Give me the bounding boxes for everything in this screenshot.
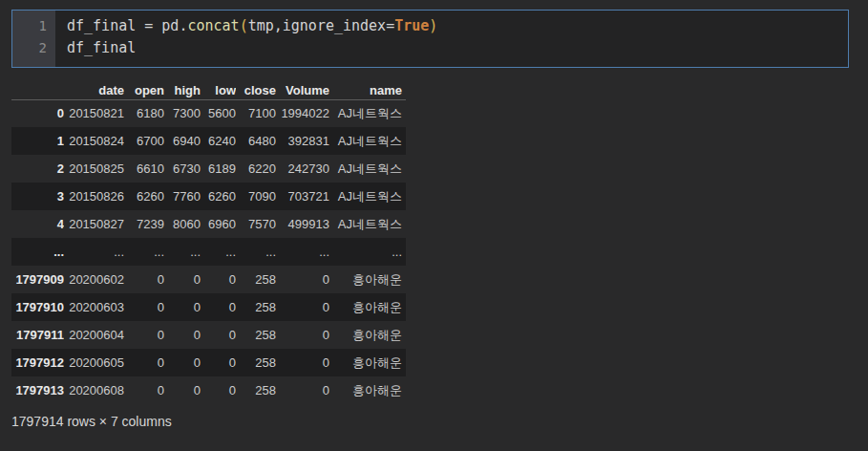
column-header-high: high <box>164 81 201 99</box>
data-cell: AJ네트웍스 <box>329 183 406 210</box>
data-cell: 258 <box>236 266 276 293</box>
data-cell: 7570 <box>236 210 276 238</box>
column-header-open: open <box>124 81 164 99</box>
dataframe-shape: 1797914 rows × 7 columns <box>11 414 406 429</box>
table-row: 1797909202006020002580흥아해운 <box>11 266 406 293</box>
table-row: 1797913202006080002580흥아해운 <box>11 376 406 404</box>
data-cell: 20200605 <box>64 349 124 376</box>
data-cell: 258 <box>236 349 276 376</box>
data-cell: 7100 <box>236 99 276 127</box>
code-token: ignore_index <box>283 17 386 34</box>
column-header-close: close <box>236 81 276 99</box>
data-cell: 7760 <box>164 183 201 210</box>
data-cell: 6960 <box>201 210 236 238</box>
data-cell: ... <box>236 238 276 266</box>
data-cell: ... <box>64 238 124 266</box>
line-number-gutter: 12 <box>12 11 55 67</box>
index-cell: 2 <box>11 155 64 183</box>
code-token: concat <box>187 17 239 34</box>
data-cell: 흥아해운 <box>329 266 406 293</box>
table-row: 4201508277239806069607570499913AJ네트웍스 <box>11 210 406 238</box>
table-row: ........................ <box>11 238 406 266</box>
data-cell: 0 <box>201 293 236 321</box>
data-cell: AJ네트웍스 <box>329 127 406 155</box>
index-cell: 1 <box>11 127 64 155</box>
data-cell: 0 <box>124 349 164 376</box>
dataframe-table: dateopenhighlowcloseVolumename 020150821… <box>11 81 406 404</box>
data-cell: AJ네트웍스 <box>329 210 406 238</box>
data-cell: 499913 <box>276 210 329 238</box>
data-cell: AJ네트웍스 <box>329 99 406 127</box>
data-cell: ... <box>201 238 236 266</box>
data-cell: 0 <box>164 321 201 349</box>
data-cell: 20150826 <box>64 183 124 210</box>
index-cell: 1797913 <box>11 376 64 404</box>
data-cell: 7300 <box>164 99 201 127</box>
data-cell: 6730 <box>164 155 201 183</box>
data-cell: 6260 <box>124 183 164 210</box>
data-cell: 0 <box>276 321 329 349</box>
data-cell: ... <box>164 238 201 266</box>
table-body: 02015082161807300560071001994022AJ네트웍스12… <box>11 99 406 404</box>
data-cell: 6240 <box>201 127 236 155</box>
table-row: 1201508246700694062406480392831AJ네트웍스 <box>11 127 406 155</box>
index-cell: 1797909 <box>11 266 64 293</box>
header-row: dateopenhighlowcloseVolumename <box>11 81 406 99</box>
data-cell: ... <box>329 238 406 266</box>
data-cell: 0 <box>124 321 164 349</box>
data-cell: ... <box>124 238 164 266</box>
data-cell: 0 <box>164 293 201 321</box>
data-cell: 7090 <box>236 183 276 210</box>
line-number: 2 <box>12 37 55 59</box>
code-editor[interactable]: df_final = pd.concat(tmp,ignore_index=Tr… <box>55 11 848 67</box>
code-token: ) <box>429 17 437 34</box>
column-header-date: date <box>64 81 124 99</box>
data-cell: 6220 <box>236 155 276 183</box>
data-cell: 6610 <box>124 155 164 183</box>
index-cell: 1797911 <box>11 321 64 349</box>
index-header-cell <box>11 81 64 99</box>
data-cell: 흥아해운 <box>329 349 406 376</box>
code-token: tmp <box>248 17 274 34</box>
data-cell: 흥아해운 <box>329 376 406 404</box>
index-cell: 4 <box>11 210 64 238</box>
index-cell: 1797910 <box>11 293 64 321</box>
code-token: df_final <box>67 17 136 34</box>
index-cell: ... <box>11 238 64 266</box>
data-cell: 0 <box>124 293 164 321</box>
data-cell: 0 <box>164 376 201 404</box>
data-cell: 20200608 <box>64 376 124 404</box>
data-cell: 6189 <box>201 155 236 183</box>
notebook-page: { "code": { "lines": [ { "number": "1", … <box>0 0 868 451</box>
data-cell: 1994022 <box>276 99 329 127</box>
code-line: df_final <box>67 37 848 59</box>
data-cell: 20200603 <box>64 293 124 321</box>
data-cell: 20150825 <box>64 155 124 183</box>
data-cell: 258 <box>236 321 276 349</box>
table-row: 1797912202006050002580흥아해운 <box>11 349 406 376</box>
column-header-name: name <box>329 81 406 99</box>
table-row: 02015082161807300560071001994022AJ네트웍스 <box>11 99 406 127</box>
code-cell[interactable]: 12 df_final = pd.concat(tmp,ignore_index… <box>11 10 849 68</box>
column-header-low: low <box>201 81 236 99</box>
code-token: , <box>274 17 283 34</box>
table-row: 1797911202006040002580흥아해운 <box>11 321 406 349</box>
data-cell: 0 <box>164 266 201 293</box>
data-cell: 6180 <box>124 99 164 127</box>
data-cell: 6940 <box>164 127 201 155</box>
data-cell: 392831 <box>276 127 329 155</box>
code-token: pd <box>161 17 179 34</box>
data-cell: 0 <box>276 266 329 293</box>
data-cell: 0 <box>124 376 164 404</box>
data-cell: 5600 <box>201 99 236 127</box>
data-cell: 0 <box>276 349 329 376</box>
index-cell: 0 <box>11 99 64 127</box>
data-cell: 8060 <box>164 210 201 238</box>
data-cell: 0 <box>201 321 236 349</box>
data-cell: 0 <box>124 266 164 293</box>
column-header-volume: Volume <box>276 81 329 99</box>
data-cell: 0 <box>201 376 236 404</box>
data-cell: 242730 <box>276 155 329 183</box>
data-cell: 0 <box>276 376 329 404</box>
data-cell: ... <box>276 238 329 266</box>
